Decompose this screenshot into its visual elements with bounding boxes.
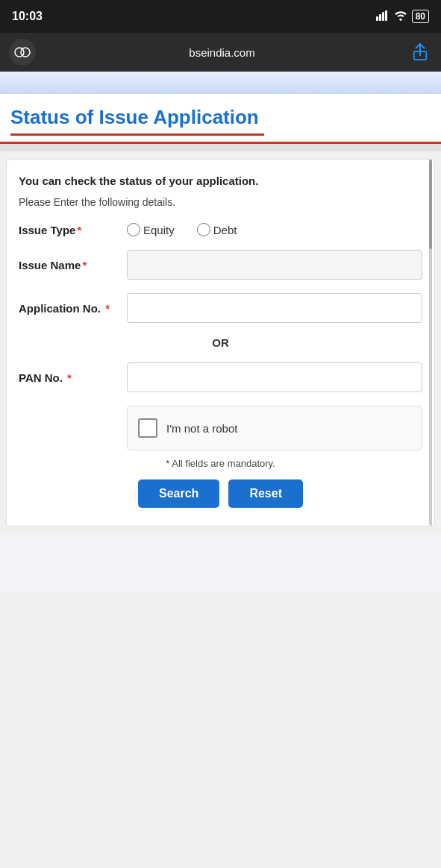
wifi-icon xyxy=(394,10,407,23)
issue-name-label: Issue Name* xyxy=(19,259,127,271)
pan-no-label: PAN No. * xyxy=(19,371,127,384)
section-separator xyxy=(0,144,441,151)
captcha-section: I'm not a robot xyxy=(127,406,422,450)
status-bar: 10:03 80 xyxy=(0,0,441,33)
time-display: 10:03 xyxy=(12,10,43,23)
browser-bar: bseindia.com xyxy=(0,33,441,72)
search-button[interactable]: Search xyxy=(138,479,219,508)
debt-label: Debt xyxy=(213,224,237,236)
page-title: Status of Issue Application xyxy=(10,106,431,129)
form-subheading: Please Enter the following details. xyxy=(19,196,422,208)
status-icons: 80 xyxy=(376,10,429,23)
scrollbar-thumb[interactable] xyxy=(429,160,432,249)
equity-radio[interactable] xyxy=(127,223,140,236)
signal-icon xyxy=(376,10,390,23)
captcha-label: I'm not a robot xyxy=(166,422,237,435)
scrollbar[interactable] xyxy=(429,160,432,526)
issue-name-input[interactable] xyxy=(127,250,422,280)
battery-indicator: 80 xyxy=(412,10,429,23)
form-container: You can check the status of your applica… xyxy=(6,159,435,526)
equity-label: Equity xyxy=(143,224,175,236)
required-star: * xyxy=(77,224,81,236)
url-bar[interactable]: bseindia.com xyxy=(36,46,408,59)
application-no-input[interactable] xyxy=(127,293,422,323)
form-heading: You can check the status of your applica… xyxy=(19,174,422,187)
application-no-row: Application No. * xyxy=(19,293,422,323)
debt-radio-label[interactable]: Debt xyxy=(197,223,237,236)
mandatory-note: * All fields are mandatory. xyxy=(19,458,422,469)
application-no-label: Application No. * xyxy=(19,302,127,315)
pan-no-row: PAN No. * xyxy=(19,362,422,392)
issue-type-radio-group: Equity Debt xyxy=(127,223,422,236)
svg-rect-0 xyxy=(376,16,378,21)
debt-radio[interactable] xyxy=(197,223,210,236)
svg-rect-3 xyxy=(385,10,387,21)
or-divider: OR xyxy=(19,336,422,349)
captcha-checkbox[interactable] xyxy=(138,418,157,438)
required-star-2: * xyxy=(82,259,87,271)
equity-radio-label[interactable]: Equity xyxy=(127,223,175,236)
bottom-spacer xyxy=(0,534,441,594)
issue-type-label: Issue Type* xyxy=(19,224,127,236)
browser-mode-icon[interactable] xyxy=(9,39,36,66)
svg-rect-1 xyxy=(379,14,381,21)
reset-button[interactable]: Reset xyxy=(228,479,303,508)
issue-name-row: Issue Name* xyxy=(19,250,422,280)
required-star-4: * xyxy=(67,371,72,384)
svg-rect-2 xyxy=(382,12,384,21)
share-button[interactable] xyxy=(408,40,432,64)
page-title-section: Status of Issue Application xyxy=(0,94,441,144)
svg-point-5 xyxy=(21,48,30,57)
issue-type-row: Issue Type* Equity Debt xyxy=(19,223,422,236)
pan-no-input[interactable] xyxy=(127,362,422,392)
button-row: Search Reset xyxy=(19,479,422,508)
page-banner xyxy=(0,72,441,94)
title-underline xyxy=(10,133,264,136)
required-star-3: * xyxy=(105,302,110,315)
